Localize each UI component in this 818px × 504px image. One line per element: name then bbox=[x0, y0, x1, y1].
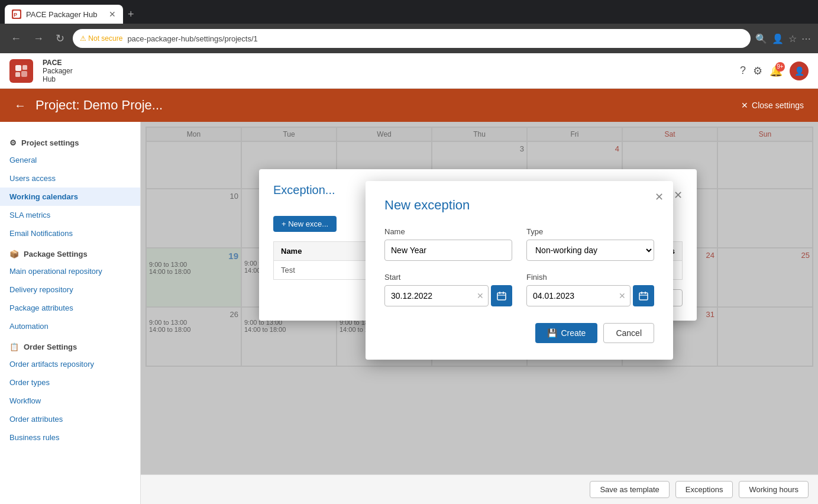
form-row-name-type: Name Type Non-working day Working day Sh… bbox=[384, 227, 654, 261]
create-button[interactable]: 💾 Create bbox=[535, 323, 597, 343]
browser-tab[interactable]: P PACE Packager Hub ✕ bbox=[5, 5, 123, 24]
gear-icon: ⚙ bbox=[9, 138, 17, 147]
sidebar-item-order-types[interactable]: Order types bbox=[0, 373, 140, 392]
svg-rect-11 bbox=[639, 293, 648, 300]
back-button[interactable]: ← bbox=[14, 99, 26, 112]
save-as-template-button[interactable]: Save as template bbox=[590, 481, 669, 498]
finish-date-group: ✕ bbox=[526, 285, 654, 306]
sidebar: ⚙ Project settings General Users access … bbox=[0, 122, 141, 504]
working-hours-button[interactable]: Working hours bbox=[739, 481, 809, 498]
svg-rect-5 bbox=[15, 72, 20, 77]
security-warning: ⚠ Not secure bbox=[80, 34, 122, 43]
sidebar-item-workflow[interactable]: Workflow bbox=[0, 392, 140, 410]
sidebar-item-main-repo[interactable]: Main operational repository bbox=[0, 262, 140, 280]
sidebar-section-order-settings: 📋 Order Settings bbox=[0, 335, 140, 355]
sidebar-item-working-calendars[interactable]: Working calendars bbox=[0, 188, 140, 206]
star-browser-icon[interactable]: ☆ bbox=[788, 33, 797, 44]
exceptions-button[interactable]: Exceptions bbox=[675, 481, 733, 498]
finish-label: Finish bbox=[526, 273, 654, 282]
new-tab-button[interactable]: + bbox=[125, 6, 137, 23]
notification-badge: 9+ bbox=[775, 62, 785, 72]
sidebar-item-delivery-repo[interactable]: Delivery repository bbox=[0, 280, 140, 299]
sidebar-item-business-rules[interactable]: Business rules bbox=[0, 428, 140, 447]
sidebar-item-sla-metrics[interactable]: SLA metrics bbox=[0, 206, 140, 224]
cancel-button[interactable]: Cancel bbox=[603, 323, 654, 343]
name-label: Name bbox=[384, 227, 512, 236]
close-settings-label: Close settings bbox=[752, 101, 804, 110]
url-text: pace-packager-hub/settings/projects/1 bbox=[127, 34, 257, 43]
order-icon: 📋 bbox=[9, 343, 19, 351]
type-select[interactable]: Non-working day Working day Short day bbox=[526, 240, 654, 261]
settings-icon[interactable]: ⚙ bbox=[753, 64, 762, 77]
sidebar-item-package-attributes[interactable]: Package attributes bbox=[0, 299, 140, 317]
svg-rect-7 bbox=[497, 293, 506, 300]
forward-nav-button[interactable]: → bbox=[30, 30, 47, 47]
page-title: Project: Demo Proje... bbox=[35, 98, 732, 113]
finish-calendar-button[interactable] bbox=[633, 285, 654, 306]
search-browser-icon[interactable]: 🔍 bbox=[755, 33, 767, 44]
profile-browser-icon[interactable]: 👤 bbox=[772, 33, 784, 44]
header-bar: ← Project: Demo Proje... ✕ Close setting… bbox=[0, 89, 818, 122]
finish-date-input[interactable] bbox=[526, 285, 631, 306]
svg-rect-3 bbox=[15, 65, 21, 71]
svg-rect-4 bbox=[22, 65, 27, 70]
tab-favicon: P bbox=[12, 9, 21, 19]
form-row-dates: Start ✕ bbox=[384, 273, 654, 306]
app-title: PACE Packager Hub bbox=[43, 59, 73, 83]
new-exception-button[interactable]: + New exce... bbox=[273, 216, 337, 232]
bottom-bar: Save as template Exceptions Working hour… bbox=[141, 474, 818, 504]
start-date-input[interactable] bbox=[384, 285, 489, 306]
close-settings-button[interactable]: ✕ Close settings bbox=[741, 101, 804, 110]
dialog-actions: 💾 Create Cancel bbox=[384, 323, 654, 343]
start-date-clear-button[interactable]: ✕ bbox=[477, 291, 484, 301]
sidebar-section-package-settings: 📦 Package Settings bbox=[0, 243, 140, 262]
help-icon[interactable]: ? bbox=[740, 64, 746, 77]
app-logo bbox=[9, 59, 33, 83]
sidebar-item-order-artifacts[interactable]: Order artifacts repository bbox=[0, 355, 140, 373]
user-avatar[interactable]: 👤 bbox=[790, 62, 809, 80]
menu-browser-icon[interactable]: ⋯ bbox=[801, 33, 811, 44]
finish-date-clear-button[interactable]: ✕ bbox=[619, 291, 626, 301]
form-group-type: Type Non-working day Working day Short d… bbox=[526, 227, 654, 261]
sidebar-item-order-attributes[interactable]: Order attributes bbox=[0, 410, 140, 428]
modal-overlay: Exception... ✕ + New exce... Name Action… bbox=[141, 122, 818, 474]
reload-button[interactable]: ↻ bbox=[52, 30, 68, 47]
new-exception-dialog: ✕ New exception Name Type Non-wo bbox=[366, 181, 673, 360]
address-bar[interactable]: ⚠ Not secure pace-packager-hub/settings/… bbox=[73, 29, 751, 48]
exceptions-dialog-title: Exception... bbox=[273, 183, 335, 197]
save-icon: 💾 bbox=[547, 328, 557, 338]
sidebar-item-automation[interactable]: Automation bbox=[0, 317, 140, 335]
form-group-finish: Finish ✕ bbox=[526, 273, 654, 306]
tab-title: PACE Packager Hub bbox=[26, 10, 97, 19]
notifications-icon[interactable]: 🔔 9+ bbox=[769, 64, 783, 77]
sidebar-section-project-settings: ⚙ Project settings bbox=[0, 131, 140, 151]
start-label: Start bbox=[384, 273, 512, 282]
sidebar-item-general[interactable]: General bbox=[0, 151, 140, 169]
name-input[interactable] bbox=[384, 240, 512, 261]
sidebar-item-email-notifications[interactable]: Email Notifications bbox=[0, 224, 140, 243]
svg-text:P: P bbox=[14, 12, 17, 18]
exceptions-dialog-close[interactable]: ✕ bbox=[674, 189, 683, 202]
tab-close-button[interactable]: ✕ bbox=[109, 9, 116, 19]
new-exception-close-button[interactable]: ✕ bbox=[655, 190, 664, 203]
form-group-start: Start ✕ bbox=[384, 273, 512, 306]
start-date-group: ✕ bbox=[384, 285, 512, 306]
svg-rect-2 bbox=[13, 63, 30, 79]
start-calendar-button[interactable] bbox=[491, 285, 512, 306]
app-topbar: PACE Packager Hub ? ⚙ 🔔 9+ 👤 bbox=[0, 53, 818, 89]
new-exception-dialog-title: New exception bbox=[384, 198, 654, 213]
svg-rect-6 bbox=[21, 71, 27, 77]
back-nav-button[interactable]: ← bbox=[7, 30, 25, 47]
form-group-name: Name bbox=[384, 227, 512, 261]
package-icon: 📦 bbox=[9, 250, 19, 259]
type-label: Type bbox=[526, 227, 654, 236]
sidebar-item-users-access[interactable]: Users access bbox=[0, 169, 140, 188]
close-settings-icon: ✕ bbox=[741, 101, 748, 110]
